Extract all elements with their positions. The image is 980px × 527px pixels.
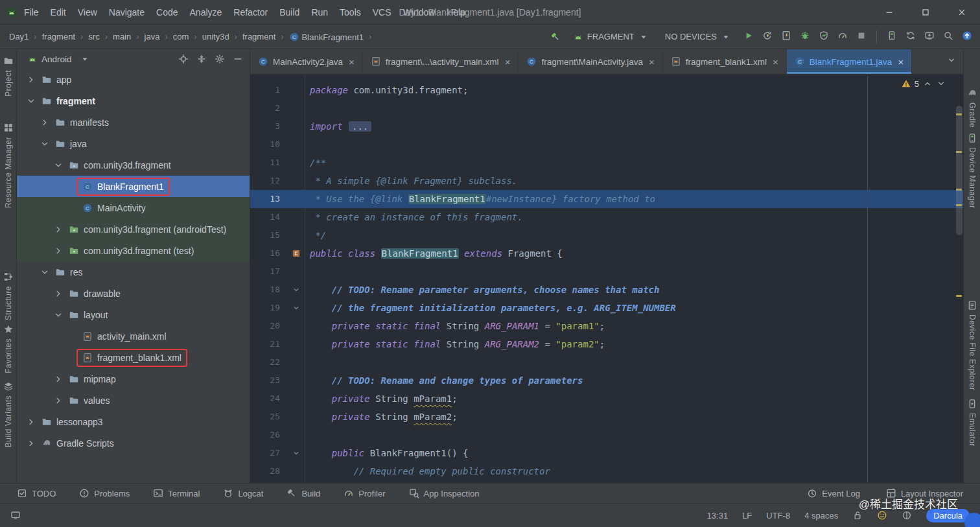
tool-button-structure[interactable]: Structure: [3, 272, 14, 320]
tool-window-button-event-log[interactable]: Event Log: [807, 488, 860, 498]
tab-mainactivity2-java[interactable]: CMainActivity2.java×: [250, 49, 363, 74]
locate-icon[interactable]: [178, 54, 189, 64]
menu-code[interactable]: Code: [150, 5, 183, 20]
fold-marker-icon[interactable]: [291, 448, 301, 458]
breadcrumb-item-java[interactable]: java: [143, 30, 161, 43]
window-minimize-button[interactable]: [871, 0, 907, 24]
tool-window-button-layout-inspector[interactable]: Layout Inspector: [886, 488, 963, 498]
gear-icon[interactable]: [215, 54, 225, 64]
chevron-down-icon[interactable]: [38, 267, 51, 277]
breadcrumb-item-fragment[interactable]: fragment: [41, 30, 76, 43]
code-editor[interactable]: 1package com.unity3d.fragment;23import .…: [250, 75, 963, 483]
chevron-right-icon[interactable]: [52, 288, 65, 299]
tree-item-mainactivity[interactable]: CMainActivity: [17, 197, 250, 218]
tree-item-manifests[interactable]: manifests: [17, 111, 250, 133]
menu-edit[interactable]: Edit: [45, 5, 72, 20]
tree-item-com-unity3d-fragment-androidtest[interactable]: com.unity3d.fragment (androidTest): [17, 218, 250, 240]
line-separator-indicator[interactable]: LF: [742, 511, 752, 521]
tool-window-button-build[interactable]: Build: [286, 488, 320, 498]
menu-file[interactable]: File: [18, 5, 45, 20]
prev-warning-icon[interactable]: [922, 78, 933, 89]
toolbar-action-device-manager[interactable]: [887, 30, 897, 43]
toolbar-action-apply-changes[interactable]: [762, 30, 773, 43]
collapse-icon[interactable]: [196, 54, 207, 64]
next-warning-icon[interactable]: [936, 78, 946, 89]
tool-button-emulator[interactable]: Emulator: [967, 399, 977, 447]
breadcrumb-item-day1[interactable]: Day1: [8, 30, 30, 43]
tool-button-resource-manager[interactable]: Resource Manager: [3, 123, 14, 208]
toolbar-action-ide-update[interactable]: [962, 30, 972, 43]
tab-fragment-activity-main-xml[interactable]: fragment\...\activity_main.xml×: [363, 49, 519, 74]
chevron-right-icon[interactable]: [52, 224, 65, 235]
chevron-right-icon[interactable]: [52, 374, 65, 384]
tab-fragment-blank1-xml[interactable]: fragment_blank1.xml×: [663, 49, 787, 74]
window-maximize-button[interactable]: [907, 0, 944, 24]
caret-down-icon[interactable]: [80, 54, 90, 64]
chevron-right-icon[interactable]: [52, 246, 65, 256]
tool-button-favorites[interactable]: Favorites: [3, 324, 14, 373]
tool-button-device-file-explorer[interactable]: Device File Explorer: [967, 300, 977, 390]
hide-minus-icon[interactable]: [233, 54, 243, 64]
tree-item-mipmap[interactable]: mipmap: [17, 368, 250, 390]
menu-tools[interactable]: Tools: [334, 5, 367, 20]
tree-item-lessonapp3[interactable]: lessonapp3: [17, 411, 250, 432]
project-view-selector[interactable]: Android: [41, 54, 72, 64]
tab-blankfragment1-java[interactable]: CBlankFragment1.java×: [787, 49, 912, 74]
theme-indicator[interactable]: Darcula: [926, 509, 970, 522]
chevron-right-icon[interactable]: [38, 117, 51, 128]
hidden-tabs-icon[interactable]: [946, 55, 957, 68]
tool-window-button-problems[interactable]: Problems: [79, 488, 130, 498]
chevron-right-icon[interactable]: [25, 438, 38, 449]
menu-vcs[interactable]: VCS: [367, 5, 397, 20]
menu-run[interactable]: Run: [305, 5, 334, 20]
menu-navigate[interactable]: Navigate: [103, 5, 150, 20]
close-tab-icon[interactable]: ×: [505, 57, 511, 67]
encoding-indicator[interactable]: UTF-8: [766, 511, 790, 521]
breadcrumb-item-src[interactable]: src: [87, 30, 100, 43]
tree-item-fragment[interactable]: fragment: [17, 90, 250, 111]
tool-window-button-app-inspection[interactable]: App Inspection: [409, 488, 480, 498]
close-tab-icon[interactable]: ×: [773, 57, 778, 67]
tree-item-blankfragment1[interactable]: CBlankFragment1: [17, 176, 250, 197]
toolbar-action-search-everywhere[interactable]: [943, 30, 953, 43]
chevron-right-icon[interactable]: [25, 75, 38, 85]
class-marker-icon[interactable]: [291, 248, 301, 259]
toolbar-action-sdk-manager[interactable]: [924, 30, 935, 43]
tool-button-device-manager[interactable]: Device Manager: [967, 133, 977, 208]
toolbar-action-profile-app[interactable]: [819, 30, 829, 43]
tool-window-button-todo[interactable]: TODO: [17, 488, 56, 498]
breadcrumb-item-com[interactable]: com: [172, 30, 191, 43]
tree-item-values[interactable]: values: [17, 390, 250, 411]
breadcrumb-item-fragment[interactable]: fragment: [241, 30, 277, 43]
tree-item-fragment-blank1-xml[interactable]: fragment_blank1.xml: [17, 347, 250, 368]
tab-fragment-mainactivity-java[interactable]: Cfragment\MainActivity.java×: [519, 49, 662, 74]
breadcrumb-item-main[interactable]: main: [111, 30, 132, 43]
breadcrumb-item-blankfragment1[interactable]: CBlankFragment1: [288, 30, 365, 43]
indent-indicator[interactable]: 4 spaces: [804, 511, 838, 521]
lock-icon[interactable]: [852, 510, 863, 521]
tree-item-com-unity3d-fragment[interactable]: com.unity3d.fragment: [17, 154, 250, 176]
hammer-icon[interactable]: [550, 32, 561, 42]
tool-button-project[interactable]: Project: [3, 56, 14, 97]
toolbar-action-debug[interactable]: [800, 30, 810, 43]
tree-item-activity-main-xml[interactable]: activity_main.xml: [17, 325, 250, 347]
device-selector[interactable]: NO DEVICES: [661, 30, 735, 44]
tree-item-app[interactable]: app: [17, 69, 250, 90]
fold-marker-icon[interactable]: [291, 303, 301, 313]
menu-build[interactable]: Build: [274, 5, 305, 20]
tool-window-button-terminal[interactable]: Terminal: [153, 488, 200, 498]
tool-window-button-profiler[interactable]: Profiler: [344, 488, 385, 498]
close-tab-icon[interactable]: ×: [349, 57, 355, 67]
toolbar-action-stop[interactable]: [856, 30, 867, 43]
smiley-icon[interactable]: [877, 510, 887, 521]
toolbar-action-run[interactable]: [743, 30, 754, 43]
fold-marker-icon[interactable]: [291, 285, 301, 295]
chevron-right-icon[interactable]: [52, 395, 65, 406]
tree-item-com-unity3d-fragment-test[interactable]: com.unity3d.fragment (test): [17, 240, 250, 261]
tree-item-layout[interactable]: layout: [17, 304, 250, 325]
tree-item-gradle-scripts[interactable]: Gradle Scripts: [17, 432, 250, 454]
tree-item-java[interactable]: java: [17, 133, 250, 154]
breadcrumb-item-unity3d[interactable]: unity3d: [201, 30, 231, 43]
scrollbar-thumb[interactable]: [956, 106, 962, 235]
chevron-down-icon[interactable]: [52, 160, 65, 170]
